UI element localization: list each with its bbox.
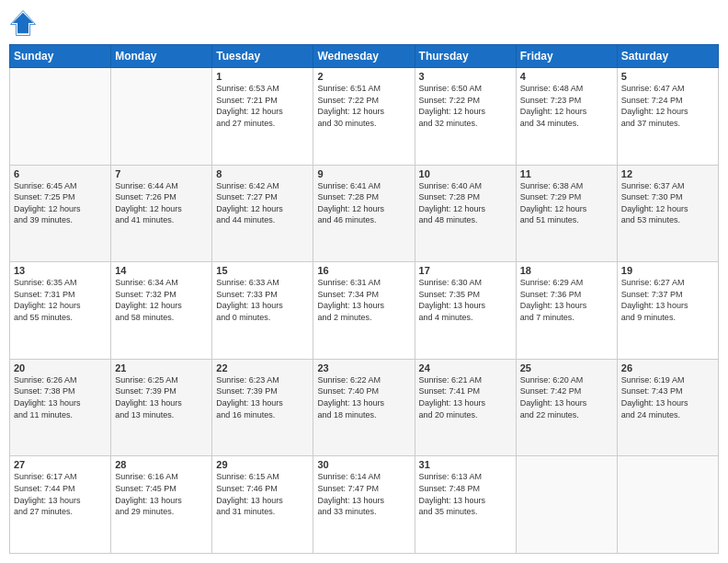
day-info: Sunrise: 6:26 AM Sunset: 7:38 PM Dayligh… bbox=[14, 374, 107, 420]
calendar-cell: 12Sunrise: 6:37 AM Sunset: 7:30 PM Dayli… bbox=[617, 165, 718, 262]
logo bbox=[9, 9, 40, 37]
calendar-cell: 7Sunrise: 6:44 AM Sunset: 7:26 PM Daylig… bbox=[111, 165, 212, 262]
calendar-cell: 21Sunrise: 6:25 AM Sunset: 7:39 PM Dayli… bbox=[111, 359, 212, 456]
header bbox=[9, 9, 719, 37]
day-info: Sunrise: 6:40 AM Sunset: 7:28 PM Dayligh… bbox=[419, 180, 512, 226]
weekday-header: Thursday bbox=[415, 45, 516, 68]
day-info: Sunrise: 6:33 AM Sunset: 7:33 PM Dayligh… bbox=[216, 277, 309, 323]
day-number: 8 bbox=[216, 168, 309, 179]
day-info: Sunrise: 6:27 AM Sunset: 7:37 PM Dayligh… bbox=[621, 277, 714, 323]
page: SundayMondayTuesdayWednesdayThursdayFrid… bbox=[0, 0, 728, 563]
weekday-header: Tuesday bbox=[212, 45, 313, 68]
day-number: 12 bbox=[621, 168, 714, 179]
calendar-cell: 16Sunrise: 6:31 AM Sunset: 7:34 PM Dayli… bbox=[313, 262, 415, 360]
day-info: Sunrise: 6:38 AM Sunset: 7:29 PM Dayligh… bbox=[520, 180, 613, 226]
day-number: 20 bbox=[14, 362, 107, 373]
day-number: 16 bbox=[317, 265, 410, 276]
day-number: 30 bbox=[317, 459, 410, 470]
day-number: 9 bbox=[317, 168, 410, 179]
calendar-week-row: 27Sunrise: 6:17 AM Sunset: 7:44 PM Dayli… bbox=[10, 456, 719, 554]
day-info: Sunrise: 6:51 AM Sunset: 7:22 PM Dayligh… bbox=[317, 83, 410, 129]
day-number: 14 bbox=[115, 265, 208, 276]
calendar-cell: 18Sunrise: 6:29 AM Sunset: 7:36 PM Dayli… bbox=[516, 262, 617, 360]
day-number: 1 bbox=[216, 71, 309, 82]
weekday-header: Wednesday bbox=[313, 45, 415, 68]
weekday-header: Monday bbox=[111, 45, 212, 68]
day-number: 26 bbox=[621, 362, 714, 373]
day-info: Sunrise: 6:22 AM Sunset: 7:40 PM Dayligh… bbox=[317, 374, 410, 420]
calendar-cell: 5Sunrise: 6:47 AM Sunset: 7:24 PM Daylig… bbox=[617, 68, 718, 166]
calendar-cell: 2Sunrise: 6:51 AM Sunset: 7:22 PM Daylig… bbox=[313, 68, 415, 166]
day-info: Sunrise: 6:23 AM Sunset: 7:39 PM Dayligh… bbox=[216, 374, 309, 420]
calendar-cell: 11Sunrise: 6:38 AM Sunset: 7:29 PM Dayli… bbox=[516, 165, 617, 262]
calendar-cell: 15Sunrise: 6:33 AM Sunset: 7:33 PM Dayli… bbox=[212, 262, 313, 360]
calendar-cell: 23Sunrise: 6:22 AM Sunset: 7:40 PM Dayli… bbox=[313, 359, 415, 456]
day-number: 21 bbox=[115, 362, 208, 373]
calendar-cell: 10Sunrise: 6:40 AM Sunset: 7:28 PM Dayli… bbox=[415, 165, 516, 262]
day-info: Sunrise: 6:44 AM Sunset: 7:26 PM Dayligh… bbox=[115, 180, 208, 226]
calendar-week-row: 6Sunrise: 6:45 AM Sunset: 7:25 PM Daylig… bbox=[10, 165, 719, 262]
day-info: Sunrise: 6:17 AM Sunset: 7:44 PM Dayligh… bbox=[14, 471, 107, 517]
weekday-header-row: SundayMondayTuesdayWednesdayThursdayFrid… bbox=[10, 45, 719, 68]
day-info: Sunrise: 6:41 AM Sunset: 7:28 PM Dayligh… bbox=[317, 180, 410, 226]
calendar-cell: 25Sunrise: 6:20 AM Sunset: 7:42 PM Dayli… bbox=[516, 359, 617, 456]
day-number: 22 bbox=[216, 362, 309, 373]
day-number: 31 bbox=[419, 459, 512, 470]
day-info: Sunrise: 6:31 AM Sunset: 7:34 PM Dayligh… bbox=[317, 277, 410, 323]
day-number: 27 bbox=[14, 459, 107, 470]
calendar-cell: 22Sunrise: 6:23 AM Sunset: 7:39 PM Dayli… bbox=[212, 359, 313, 456]
calendar-cell: 27Sunrise: 6:17 AM Sunset: 7:44 PM Dayli… bbox=[10, 456, 111, 554]
day-number: 5 bbox=[621, 71, 714, 82]
calendar-cell: 26Sunrise: 6:19 AM Sunset: 7:43 PM Dayli… bbox=[617, 359, 718, 456]
calendar-cell: 19Sunrise: 6:27 AM Sunset: 7:37 PM Dayli… bbox=[617, 262, 718, 360]
day-number: 28 bbox=[115, 459, 208, 470]
calendar-cell bbox=[10, 68, 111, 166]
day-info: Sunrise: 6:14 AM Sunset: 7:47 PM Dayligh… bbox=[317, 471, 410, 517]
calendar-cell: 31Sunrise: 6:13 AM Sunset: 7:48 PM Dayli… bbox=[415, 456, 516, 554]
calendar-week-row: 13Sunrise: 6:35 AM Sunset: 7:31 PM Dayli… bbox=[10, 262, 719, 360]
day-info: Sunrise: 6:48 AM Sunset: 7:23 PM Dayligh… bbox=[520, 83, 613, 129]
day-number: 3 bbox=[419, 71, 512, 82]
day-number: 23 bbox=[317, 362, 410, 373]
day-number: 18 bbox=[520, 265, 613, 276]
calendar-week-row: 20Sunrise: 6:26 AM Sunset: 7:38 PM Dayli… bbox=[10, 359, 719, 456]
day-info: Sunrise: 6:19 AM Sunset: 7:43 PM Dayligh… bbox=[621, 374, 714, 420]
day-info: Sunrise: 6:15 AM Sunset: 7:46 PM Dayligh… bbox=[216, 471, 309, 517]
day-info: Sunrise: 6:34 AM Sunset: 7:32 PM Dayligh… bbox=[115, 277, 208, 323]
day-number: 10 bbox=[419, 168, 512, 179]
weekday-header: Sunday bbox=[10, 45, 111, 68]
calendar-cell: 24Sunrise: 6:21 AM Sunset: 7:41 PM Dayli… bbox=[415, 359, 516, 456]
day-number: 4 bbox=[520, 71, 613, 82]
calendar-cell: 14Sunrise: 6:34 AM Sunset: 7:32 PM Dayli… bbox=[111, 262, 212, 360]
day-info: Sunrise: 6:29 AM Sunset: 7:36 PM Dayligh… bbox=[520, 277, 613, 323]
day-number: 7 bbox=[115, 168, 208, 179]
calendar-cell: 20Sunrise: 6:26 AM Sunset: 7:38 PM Dayli… bbox=[10, 359, 111, 456]
day-info: Sunrise: 6:35 AM Sunset: 7:31 PM Dayligh… bbox=[14, 277, 107, 323]
calendar-cell bbox=[516, 456, 617, 554]
calendar-cell: 28Sunrise: 6:16 AM Sunset: 7:45 PM Dayli… bbox=[111, 456, 212, 554]
day-number: 24 bbox=[419, 362, 512, 373]
calendar-cell: 29Sunrise: 6:15 AM Sunset: 7:46 PM Dayli… bbox=[212, 456, 313, 554]
day-info: Sunrise: 6:21 AM Sunset: 7:41 PM Dayligh… bbox=[419, 374, 512, 420]
weekday-header: Saturday bbox=[617, 45, 718, 68]
calendar-cell: 30Sunrise: 6:14 AM Sunset: 7:47 PM Dayli… bbox=[313, 456, 415, 554]
day-number: 15 bbox=[216, 265, 309, 276]
day-info: Sunrise: 6:30 AM Sunset: 7:35 PM Dayligh… bbox=[419, 277, 512, 323]
calendar-cell: 9Sunrise: 6:41 AM Sunset: 7:28 PM Daylig… bbox=[313, 165, 415, 262]
calendar-cell: 13Sunrise: 6:35 AM Sunset: 7:31 PM Dayli… bbox=[10, 262, 111, 360]
day-info: Sunrise: 6:25 AM Sunset: 7:39 PM Dayligh… bbox=[115, 374, 208, 420]
weekday-header: Friday bbox=[516, 45, 617, 68]
calendar-cell: 6Sunrise: 6:45 AM Sunset: 7:25 PM Daylig… bbox=[10, 165, 111, 262]
day-number: 25 bbox=[520, 362, 613, 373]
day-info: Sunrise: 6:20 AM Sunset: 7:42 PM Dayligh… bbox=[520, 374, 613, 420]
day-number: 19 bbox=[621, 265, 714, 276]
calendar-cell: 3Sunrise: 6:50 AM Sunset: 7:22 PM Daylig… bbox=[415, 68, 516, 166]
calendar-cell: 4Sunrise: 6:48 AM Sunset: 7:23 PM Daylig… bbox=[516, 68, 617, 166]
calendar-week-row: 1Sunrise: 6:53 AM Sunset: 7:21 PM Daylig… bbox=[10, 68, 719, 166]
day-info: Sunrise: 6:47 AM Sunset: 7:24 PM Dayligh… bbox=[621, 83, 714, 129]
day-number: 17 bbox=[419, 265, 512, 276]
day-number: 29 bbox=[216, 459, 309, 470]
calendar-cell bbox=[111, 68, 212, 166]
calendar-cell: 1Sunrise: 6:53 AM Sunset: 7:21 PM Daylig… bbox=[212, 68, 313, 166]
calendar-cell bbox=[617, 456, 718, 554]
